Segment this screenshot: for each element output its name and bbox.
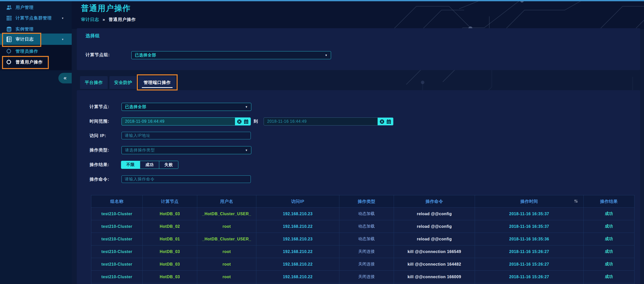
cluster-icon	[6, 15, 12, 21]
compute-node-select[interactable]: 已选择全部 ▼	[122, 103, 251, 111]
cell-operation-result: 成功	[584, 271, 634, 283]
cell-group-name: test210-Cluster	[91, 271, 143, 283]
sidebar-item-label: 计算节点集群管理	[16, 15, 52, 21]
table-row[interactable]: test210-Cluster HotDB_01 _HotDB_Cluster_…	[91, 233, 634, 245]
time-from-icons[interactable]	[235, 118, 251, 125]
time-to-icons[interactable]	[378, 118, 393, 125]
table-row[interactable]: test210-Cluster HotDB_03 root 192.168.21…	[91, 270, 634, 283]
tab-admin-port-operations[interactable]: 管理端口操作	[139, 76, 176, 89]
sidebar-item-compute-cluster[interactable]: 计算节点集群管理 ▾	[0, 13, 72, 23]
cell-operation-result: 成功	[584, 258, 634, 270]
table-row[interactable]: test210-Cluster HotDB_02 root 192.168.21…	[91, 220, 634, 233]
time-to-field[interactable]: 2018-11-16 16:44:49	[264, 117, 393, 125]
sidebar-collapse-button[interactable]: «	[58, 73, 72, 83]
result-option-unlimited[interactable]: 不限	[121, 161, 140, 169]
clear-icon[interactable]	[237, 119, 242, 124]
node-group-select-value: 已选择全部	[135, 53, 156, 58]
select-group-title: 选择组	[86, 33, 100, 39]
log-icon	[6, 37, 12, 42]
col-header-operation-result[interactable]: 操作结果	[584, 195, 634, 207]
cell-compute-node: HotDB_03	[143, 208, 197, 220]
tab-security-protection[interactable]: 安全防护	[109, 76, 137, 89]
cell-group-name: test210-Cluster	[91, 208, 143, 220]
col-header-access-ip[interactable]: 访问IP	[256, 195, 339, 207]
header-band	[72, 1, 644, 29]
sidebar: 用户管理 计算节点集群管理 ▾	[0, 1, 72, 284]
sidebar-item-label: 实例管理	[16, 26, 34, 32]
cell-operation-command: reload @@config	[394, 208, 475, 220]
operation-result-button-group: 不限 成功 失败	[121, 161, 178, 169]
cell-operation-command: kill @@connection 164482	[394, 258, 475, 270]
result-option-failure[interactable]: 失败	[159, 161, 178, 169]
sort-arrows-icon[interactable]	[574, 199, 578, 204]
radio-circle-icon	[7, 49, 11, 53]
operation-type-select[interactable]: 请选择操作类型 ▼	[122, 146, 251, 154]
chevron-down-icon: ▼	[245, 149, 248, 152]
col-header-operation-command[interactable]: 操作命令	[394, 195, 475, 207]
tab-label: 安全防护	[114, 80, 132, 85]
col-header-label: 操作时间	[520, 199, 538, 204]
col-header-operation-time[interactable]: 操作时间	[475, 195, 584, 207]
collapse-chevrons-icon: «	[63, 75, 66, 81]
breadcrumb-parent[interactable]: 审计日志	[81, 17, 99, 22]
table-row[interactable]: test210-Cluster HotDB_03 root 192.168.21…	[91, 245, 634, 258]
col-header-compute-node[interactable]: 计算节点	[143, 195, 197, 207]
cell-compute-node: HotDB_01	[143, 233, 197, 245]
cell-compute-node: HotDB_02	[143, 220, 197, 233]
cell-operation-type: 动态加载	[339, 233, 394, 245]
col-header-group-name[interactable]: 组名称	[91, 195, 143, 207]
cell-group-name: test210-Cluster	[91, 258, 143, 270]
operation-command-input[interactable]	[122, 175, 251, 183]
calendar-icon[interactable]	[386, 119, 391, 124]
node-group-label: 计算节点组:	[86, 51, 110, 59]
sidebar-subitem-admin-operations[interactable]: 管理员操作	[0, 46, 72, 56]
radio-circle-icon	[7, 60, 11, 64]
select-group-panel: 选择组 计算节点组: 已选择全部 ▼	[77, 28, 640, 70]
tab-label: 管理端口操作	[144, 80, 171, 85]
sidebar-item-label: 审计日志	[16, 36, 34, 42]
cell-operation-type: 动态加载	[339, 208, 394, 220]
col-header-operation-type[interactable]: 操作类型	[339, 195, 394, 207]
compute-node-label: 计算节点:	[90, 103, 109, 111]
cell-operation-command: kill @@connection 166549	[394, 245, 475, 258]
audit-table: 组名称 计算节点 用户名 访问IP 操作类型 操作命令 操作时间 操作结果	[91, 195, 634, 284]
calendar-icon[interactable]	[244, 119, 249, 124]
cell-operation-result: 成功	[584, 208, 634, 220]
cell-operation-time: 2018-11-16 16:35:37	[475, 208, 584, 220]
cell-compute-node: HotDB_03	[143, 245, 197, 258]
operation-type-placeholder: 请选择操作类型	[125, 148, 155, 153]
filter-results-panel: 计算节点: 已选择全部 ▼ 时间范围: 2018-11-09 16:44:49	[77, 90, 640, 284]
tab-platform-operations[interactable]: 平台操作	[80, 76, 108, 89]
operation-result-label: 操作结果:	[90, 161, 109, 169]
sidebar-item-instance-management[interactable]: 实例管理	[0, 24, 72, 35]
clear-icon[interactable]	[380, 119, 384, 124]
database-icon	[6, 26, 12, 32]
sidebar-item-user-management[interactable]: 用户管理	[0, 2, 72, 13]
result-option-success[interactable]: 成功	[140, 161, 159, 169]
cell-operation-type: 动态加载	[339, 220, 394, 233]
cell-access-ip: 192.168.210.23	[256, 208, 339, 220]
cell-username: _HotDB_Cluster_USER_	[197, 233, 256, 245]
operation-type-label: 操作类型:	[90, 146, 109, 154]
cell-compute-node: HotDB_03	[143, 258, 197, 270]
node-group-select[interactable]: 已选择全部 ▼	[131, 51, 331, 59]
cell-operation-time: 2018-11-16 15:26:27	[475, 271, 584, 283]
tab-label: 平台操作	[85, 80, 103, 85]
table-row[interactable]: test210-Cluster HotDB_03 _HotDB_Cluster_…	[91, 207, 634, 220]
sidebar-subitem-normal-user-operations[interactable]: 普通用户操作	[0, 57, 72, 67]
table-body: test210-Cluster HotDB_03 _HotDB_Cluster_…	[91, 207, 634, 283]
time-from-field[interactable]: 2018-11-09 16:44:49	[122, 117, 251, 125]
cell-operation-type: 关闭连接	[339, 271, 394, 283]
cell-username: root	[197, 220, 256, 233]
cell-access-ip: 192.168.210.22	[256, 245, 339, 258]
cell-access-ip: 192.168.210.23	[256, 233, 339, 245]
access-ip-input[interactable]	[122, 132, 251, 139]
cell-operation-type: 关闭连接	[339, 245, 394, 258]
table-row[interactable]: test210-Cluster HotDB_03 root 192.168.21…	[91, 258, 634, 270]
cell-operation-time: 2018-11-16 15:26:27	[475, 258, 584, 270]
col-header-username[interactable]: 用户名	[197, 195, 256, 207]
time-from-value: 2018-11-09 16:44:49	[122, 118, 235, 125]
users-icon	[6, 5, 12, 10]
sidebar-item-audit-log[interactable]: 审计日志 ▾	[0, 34, 72, 45]
cell-access-ip: 192.168.210.22	[256, 271, 339, 283]
